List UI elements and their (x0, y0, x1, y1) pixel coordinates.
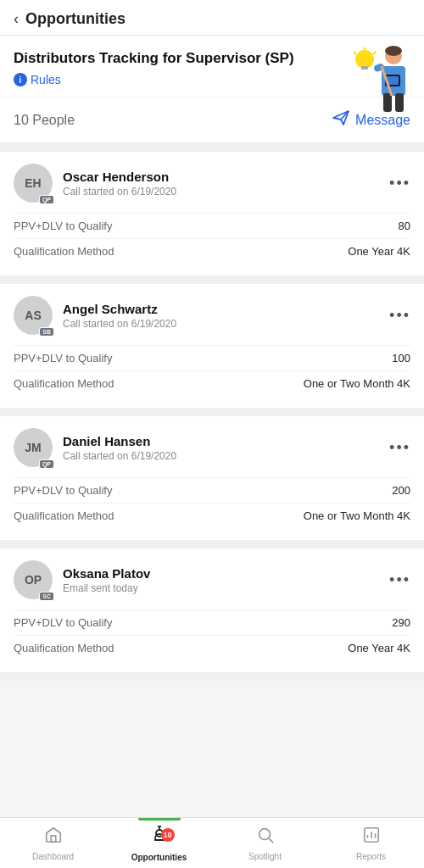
contact-name: Daniel Hansen (63, 434, 176, 448)
bottom-nav: Dashboard 10 Opportunities Spotlight (0, 817, 424, 868)
contact-card: EH QP Oscar Henderson Call started on 6/… (0, 152, 424, 275)
illustration (348, 41, 416, 125)
ppv-row: PPV+DLV to Qualify 200 (14, 477, 410, 503)
spotlight-label: Spotlight (248, 852, 282, 861)
avatar-badge: SC (39, 592, 54, 601)
ppv-value: 80 (399, 220, 410, 232)
avatar-initials: OP (25, 573, 42, 587)
qual-row: Qualification Method One Year 4K (14, 635, 410, 660)
avatar-initials: EH (25, 176, 41, 190)
ppv-label: PPV+DLV to Qualify (14, 220, 112, 232)
ppv-row: PPV+DLV to Qualify 290 (14, 609, 410, 635)
nav-dashboard[interactable]: Dashboard (0, 818, 106, 868)
active-indicator (138, 818, 181, 821)
qual-row: Qualification Method One or Two Month 4K (14, 370, 410, 396)
cards-container: EH QP Oscar Henderson Call started on 6/… (0, 143, 424, 681)
ppv-label: PPV+DLV to Qualify (14, 352, 112, 364)
more-button[interactable]: ••• (389, 175, 410, 192)
nav-reports[interactable]: Reports (318, 818, 424, 868)
contact-name: Oksana Platov (63, 566, 150, 581)
title-section: Distributors Tracking for Supervisor (SP… (0, 36, 424, 97)
avatar: EH QP (14, 164, 53, 203)
info-icon: i (14, 73, 27, 86)
header: ‹ Opportunities (0, 0, 424, 36)
avatar-initials: AS (25, 309, 41, 322)
home-icon (44, 826, 63, 849)
contact-sub: Call started on 6/19/2020 (63, 186, 176, 198)
contact-card: JM QP Daniel Hansen Call started on 6/19… (0, 416, 424, 540)
svg-rect-11 (395, 93, 404, 112)
svg-line-3 (354, 52, 356, 54)
opportunities-icon: 10 (149, 825, 170, 850)
opp-badge: 10 (161, 828, 175, 842)
qual-row: Qualification Method One or Two Month 4K (14, 503, 410, 528)
spotlight-icon (256, 826, 275, 849)
more-button[interactable]: ••• (389, 571, 410, 589)
more-button[interactable]: ••• (389, 439, 410, 457)
page-title: Opportunities (25, 10, 126, 28)
card-header: JM QP Daniel Hansen Call started on 6/19… (14, 428, 410, 467)
qual-row: Qualification Method One Year 4K (14, 238, 410, 264)
contact-name: Oscar Henderson (63, 170, 176, 184)
rules-label: Rules (31, 73, 61, 86)
card-header: OP SC Oksana Platov Email sent today ••• (14, 560, 410, 599)
avatar-badge: QP (39, 459, 54, 469)
svg-rect-1 (361, 66, 368, 70)
qual-label: Qualification Method (14, 245, 114, 258)
contact-info: Oscar Henderson Call started on 6/19/202… (63, 170, 176, 198)
qual-value: One Year 4K (348, 245, 410, 258)
avatar: OP SC (14, 560, 53, 599)
contact-sub: Email sent today (63, 582, 150, 594)
card-header: EH QP Oscar Henderson Call started on 6/… (14, 164, 410, 203)
svg-rect-10 (383, 93, 392, 112)
contact-info: Daniel Hansen Call started on 6/19/2020 (63, 434, 176, 462)
card-header: AS SB Angel Schwartz Call started on 6/1… (14, 296, 410, 335)
reports-icon (362, 826, 381, 849)
qual-label: Qualification Method (14, 377, 114, 390)
card-left: JM QP Daniel Hansen Call started on 6/19… (14, 428, 176, 467)
qual-value: One Year 4K (348, 642, 410, 654)
svg-point-20 (259, 828, 270, 839)
svg-point-6 (385, 46, 402, 56)
ppv-value: 200 (392, 484, 410, 497)
ppv-row: PPV+DLV to Qualify 80 (14, 213, 410, 238)
nav-spotlight[interactable]: Spotlight (212, 818, 318, 868)
nav-opportunities[interactable]: 10 Opportunities (106, 818, 212, 868)
contact-sub: Call started on 6/19/2020 (63, 450, 176, 462)
avatar-badge: SB (39, 327, 54, 337)
contact-sub: Call started on 6/19/2020 (63, 318, 176, 330)
people-count: 10 People (14, 113, 75, 128)
card-left: EH QP Oscar Henderson Call started on 6/… (14, 164, 176, 203)
qual-label: Qualification Method (14, 642, 114, 654)
contact-name: Angel Schwartz (63, 302, 176, 316)
dashboard-label: Dashboard (32, 852, 74, 861)
svg-rect-16 (51, 835, 56, 841)
qual-value: One or Two Month 4K (304, 509, 410, 522)
contact-info: Oksana Platov Email sent today (63, 566, 150, 594)
avatar: JM QP (14, 428, 53, 467)
avatar-initials: JM (25, 441, 41, 454)
qual-label: Qualification Method (14, 509, 114, 522)
ppv-label: PPV+DLV to Qualify (14, 484, 112, 497)
ppv-row: PPV+DLV to Qualify 100 (14, 345, 410, 370)
reports-label: Reports (356, 852, 386, 861)
ppv-value: 290 (392, 616, 410, 629)
contact-card: OP SC Oksana Platov Email sent today •••… (0, 548, 424, 672)
more-button[interactable]: ••• (389, 307, 410, 325)
card-left: AS SB Angel Schwartz Call started on 6/1… (14, 296, 176, 335)
ppv-label: PPV+DLV to Qualify (14, 616, 112, 629)
opportunities-label: Opportunities (131, 853, 187, 862)
contact-card: AS SB Angel Schwartz Call started on 6/1… (0, 284, 424, 408)
card-left: OP SC Oksana Platov Email sent today (14, 560, 150, 599)
avatar-badge: QP (39, 195, 54, 204)
avatar: AS SB (14, 296, 53, 335)
svg-point-0 (355, 50, 374, 69)
back-button[interactable]: ‹ (14, 10, 19, 28)
ppv-value: 100 (392, 352, 410, 364)
section-title: Distributors Tracking for Supervisor (SP… (14, 49, 302, 68)
qual-value: One or Two Month 4K (304, 377, 410, 390)
contact-info: Angel Schwartz Call started on 6/19/2020 (63, 302, 176, 330)
svg-line-4 (373, 52, 376, 54)
svg-line-21 (269, 838, 273, 843)
